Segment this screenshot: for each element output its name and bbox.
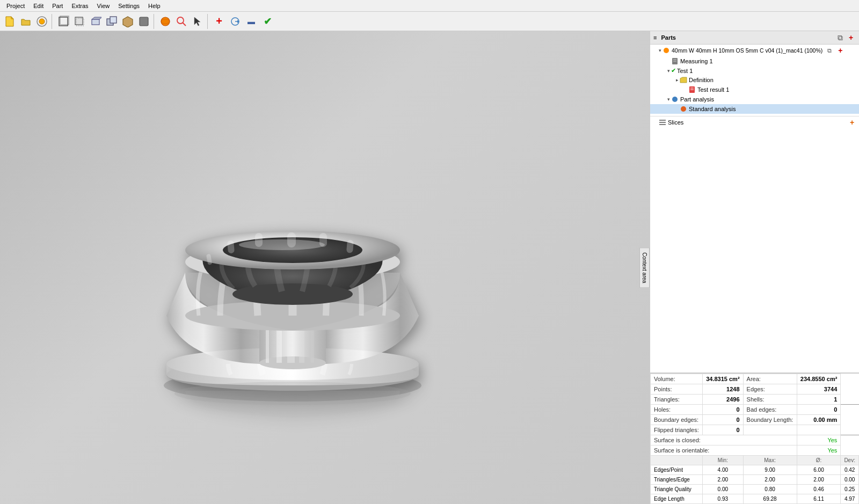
new-button[interactable] (2, 14, 17, 29)
shells-value: 1 (797, 395, 841, 405)
sep1 (52, 14, 54, 29)
boundary-edges-value: 0 (703, 415, 744, 425)
edges-value: 3744 (797, 384, 841, 395)
tree-item-definition[interactable]: ▸ Definition (650, 75, 859, 85)
triangles-label: Triangles: (651, 395, 703, 405)
view-box6-button[interactable] (136, 14, 151, 29)
ep-label: Edges/Point (651, 465, 703, 475)
open-button[interactable] (18, 14, 33, 29)
ep-dev: 0.42 (841, 465, 859, 475)
flipped-value: 0 (703, 425, 744, 435)
partanalysis-label: Part analysis (680, 96, 714, 103)
save-button[interactable] (34, 14, 49, 29)
stats-row-holes: Holes: 0 Bad edges: 0 (651, 405, 859, 415)
part1-copy-btn[interactable]: ⧉ (825, 46, 834, 55)
stats-table: Volume: 34.8315 cm² Area: 234.8550 cm² P… (650, 374, 859, 504)
test1-check: ✔ (671, 67, 676, 74)
slices-label: Slices (668, 119, 683, 126)
menu-part[interactable]: Part (48, 2, 67, 10)
sub-header-col0 (651, 456, 703, 465)
slices-action-btn[interactable]: + (847, 118, 857, 127)
toolbar: + ▬ ✔ (0, 12, 859, 31)
points-label: Points: (651, 384, 703, 395)
surface-closed-label: Surface is closed: (651, 435, 797, 445)
sphere-button[interactable] (158, 14, 173, 29)
menu-view[interactable]: View (93, 2, 114, 10)
area-label: Area: (743, 374, 797, 384)
svg-marker-0 (6, 17, 13, 26)
cursor-button[interactable] (190, 14, 205, 29)
svg-rect-41 (287, 232, 296, 247)
tree-item-testresult1[interactable]: ▾ Test result 1 (650, 85, 859, 94)
expand-arrow-partanalysis: ▾ (667, 97, 670, 102)
partanalysis-icon (671, 96, 679, 103)
area-value: 234.8550 cm² (797, 374, 841, 384)
boundary-length-label: Boundary Length: (743, 415, 797, 425)
view-box1-button[interactable] (56, 14, 71, 29)
svg-marker-11 (123, 17, 133, 27)
svg-point-37 (239, 239, 325, 250)
check-button[interactable]: ✔ (260, 14, 275, 29)
menu-edit[interactable]: Edit (29, 2, 48, 10)
tq-label: Triangle Quality (651, 485, 703, 494)
parts-tree: ≡ Parts ⧉ + ▾ 40mm W 40mm H 10mm OS 5mm … (650, 31, 859, 373)
bad-edges-label: Bad edges: (743, 405, 797, 415)
view-box4-button[interactable] (104, 14, 119, 29)
tree-header-actions: ⧉ + (835, 33, 856, 42)
measuring-icon (671, 57, 679, 65)
tq-dev: 0.25 (841, 485, 859, 494)
menu-project[interactable]: Project (2, 2, 29, 10)
holes-value: 0 (703, 405, 744, 415)
view-box3-button[interactable] (88, 14, 103, 29)
expand-arrow-definition: ▸ (676, 77, 679, 83)
stats-row-orientable: Surface is orientable: Yes (651, 445, 859, 456)
surface-orientable-label: Surface is orientable: (651, 445, 797, 456)
stats-row-tri-quality: Triangle Quality 0.00 0.80 0.46 0.25 (651, 485, 859, 494)
stats-row-edge-length: Edge Length 0.93 69.28 6.11 4.97 (651, 494, 859, 504)
part1-add-btn[interactable]: + (835, 46, 845, 55)
svg-rect-40 (255, 233, 263, 247)
tree-item-slices[interactable]: Slices + (650, 116, 859, 128)
tree-item-measuring1[interactable]: ▾ Measuring 1 (650, 56, 859, 66)
menu-help[interactable]: Help (144, 2, 165, 10)
tree-add-button[interactable]: + (846, 33, 856, 42)
right-panel: ≡ Parts ⧉ + ▾ 40mm W 40mm H 10mm OS 5mm … (650, 31, 859, 504)
view-box2-button[interactable] (72, 14, 87, 29)
add-plus-button[interactable]: + (212, 14, 227, 29)
svg-rect-12 (140, 17, 148, 26)
ep-max: 9.00 (743, 465, 797, 475)
triangles-value: 2496 (703, 395, 744, 405)
tq-max: 0.80 (743, 485, 797, 494)
tree-item-part1[interactable]: ▾ 40mm W 40mm H 10mm OS 5mm C v04 (1)_ma… (650, 45, 859, 56)
tree-item-standardanalysis[interactable]: ▾ Standard analysis (650, 104, 859, 114)
edit-button[interactable] (228, 14, 243, 29)
svg-point-13 (161, 17, 170, 26)
te-min: 2.00 (703, 475, 744, 485)
te-dev: 0.00 (841, 475, 859, 485)
sep3 (207, 14, 209, 29)
holes-label: Holes: (651, 405, 703, 415)
sep2 (154, 14, 156, 29)
svg-rect-7 (92, 19, 99, 25)
view-box5-button[interactable] (120, 14, 135, 29)
el-label: Edge Length (651, 494, 703, 504)
svg-marker-8 (92, 17, 101, 19)
svg-rect-42 (319, 233, 327, 247)
viewport[interactable]: Context area (0, 31, 650, 504)
stats-row-boundary: Boundary edges: 0 Boundary Length: 0.00 … (651, 415, 859, 425)
svg-rect-10 (110, 17, 117, 23)
slices-icon (659, 119, 666, 126)
part1-label: 40mm W 40mm H 10mm OS 5mm C v04 (1)_mac4… (672, 47, 822, 54)
tree-copy-button[interactable]: ⧉ (835, 33, 845, 42)
svg-marker-17 (194, 17, 200, 26)
context-area-tab[interactable]: Context area (639, 247, 650, 288)
tree-item-test1[interactable]: ▾ ✔ Test 1 (650, 66, 859, 75)
zoom-button[interactable] (174, 14, 189, 29)
stats-panel: Volume: 34.8315 cm² Area: 234.8550 cm² P… (650, 373, 859, 504)
menu-settings[interactable]: Settings (114, 2, 144, 10)
shells-label: Shells: (743, 395, 797, 405)
menu-extras[interactable]: Extras (67, 2, 92, 10)
measure-button[interactable]: ▬ (244, 14, 259, 29)
bad-edges-value: 0 (797, 405, 841, 415)
tree-item-partanalysis[interactable]: ▾ Part analysis (650, 94, 859, 104)
